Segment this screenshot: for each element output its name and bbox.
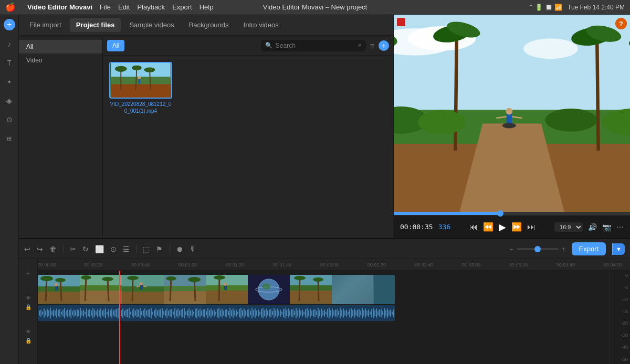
file-thumbnail [109,62,172,99]
frame-button[interactable]: ⬚ [143,245,150,253]
help-button[interactable]: ? [615,18,627,29]
audio-lock-icon[interactable]: 🔒 [25,338,32,344]
zoom-out-button[interactable]: − [510,245,513,253]
redo-button[interactable]: ↪ [37,245,43,253]
export-dropdown-button[interactable]: ▼ [612,243,625,255]
search-clear-icon[interactable]: ✕ [358,42,362,48]
progress-bar-container[interactable] [394,212,630,215]
skip-to-start-button[interactable]: ⏮ [469,222,478,232]
cat-all[interactable]: All [19,40,102,53]
filter-button[interactable]: ⊙ [110,245,117,253]
play-button[interactable]: ▶ [499,221,506,233]
search-box[interactable]: 🔍 ✕ [261,40,366,51]
list-button[interactable]: ☰ [123,245,130,253]
add-track-button[interactable]: + [27,271,30,276]
svg-rect-135 [100,308,101,318]
svg-rect-201 [204,309,205,317]
svg-rect-99 [44,308,45,318]
svg-rect-128 [89,309,90,317]
cat-video[interactable]: Video [19,53,102,67]
svg-rect-98 [42,312,43,315]
ruler-mark-0: 00:00:00 [38,262,56,267]
flag-button[interactable]: ⚑ [156,245,163,253]
skip-to-end-button[interactable]: ⏭ [527,222,536,232]
svg-rect-313 [381,309,382,317]
tab-file-import[interactable]: File import [23,18,68,32]
tab-sample-videos[interactable]: Sample videos [123,18,180,32]
svg-rect-163 [144,308,145,318]
category-panel: All Video [19,36,103,238]
svg-rect-124 [83,309,84,317]
aspect-ratio-selector[interactable]: 16:9 9:16 4:3 1:1 [554,222,583,232]
menu-export[interactable]: Export [172,3,192,11]
tab-backgrounds[interactable]: Backgrounds [183,18,235,32]
audio-eye-icon[interactable]: 👁 [26,329,31,335]
svg-rect-198 [200,308,201,318]
svg-rect-252 [285,308,286,318]
lock-icon[interactable]: 🔒 [25,304,32,310]
volume-icon[interactable]: 🔊 [588,223,597,231]
menu-file[interactable]: File [100,3,111,11]
filter-all-btn[interactable]: All [107,40,124,51]
svg-rect-2 [111,77,170,84]
svg-rect-195 [195,309,196,317]
audio-track [38,305,630,321]
ruler-label-3: 00:01:00 [178,262,197,267]
zoom-track[interactable] [517,248,559,250]
eye-icon[interactable]: 👁 [26,295,31,301]
cut-button[interactable]: ✂ [70,245,76,253]
sidebar-grid-icon[interactable]: ⊞ [4,133,15,144]
svg-rect-310 [376,308,377,318]
export-button[interactable]: Export [572,242,606,255]
search-input[interactable] [276,42,354,49]
video-track-strip[interactable] [38,275,395,304]
svg-rect-131 [94,309,95,317]
undo-button[interactable]: ↩ [24,245,30,253]
zoom-in-button[interactable]: + [562,245,565,253]
previous-frame-button[interactable]: ⏪ [483,222,494,232]
tab-project-files[interactable]: Project files [70,18,121,32]
list-item[interactable]: VID_20220828_081212_00_001(1).mp4 [109,62,172,114]
sidebar-text-icon[interactable]: T [4,58,15,68]
redo2-button[interactable]: ↻ [82,245,89,253]
svg-rect-209 [217,309,218,317]
sort-button[interactable]: ≡ [370,41,374,50]
svg-rect-222 [237,312,238,315]
ruler-label-9: 00:03:00 [462,262,480,267]
svg-rect-122 [80,308,81,318]
snapshot-icon[interactable]: 📷 [602,223,611,231]
svg-rect-192 [190,311,191,316]
svg-rect-311 [377,311,379,316]
svg-line-79 [219,276,219,301]
mic-button[interactable]: 🎙 [190,245,197,253]
sidebar-fx-icon[interactable]: ✦ [4,77,15,87]
svg-rect-249 [280,309,281,317]
sidebar-music-icon[interactable]: ♪ [4,39,15,49]
delete-button[interactable]: 🗑 [49,245,57,253]
menu-edit[interactable]: Edit [118,3,130,11]
svg-rect-234 [256,311,257,316]
svg-rect-288 [341,310,342,316]
more-icon[interactable]: ⋯ [616,223,624,231]
sidebar-motion-icon[interactable]: ⊙ [4,114,15,125]
crop-button[interactable]: ⬜ [95,245,104,253]
zoom-thumb[interactable] [534,246,541,252]
svg-rect-104 [51,311,52,315]
svg-point-4 [115,66,127,72]
add-file-button[interactable]: + [379,40,389,51]
record-button[interactable]: ⏺ [176,245,183,253]
menu-playback[interactable]: Playback [137,3,165,11]
window-title: Video Editor Movavi – New project [263,3,367,11]
add-media-button[interactable]: + [4,19,15,30]
audio-track-strip[interactable] [38,305,395,321]
menu-help[interactable]: Help [200,3,214,11]
sidebar-effects-icon[interactable]: ◈ [4,95,15,106]
progress-dot[interactable] [497,210,503,217]
next-frame-button[interactable]: ⏩ [511,222,522,232]
progress-bar-fill [394,212,500,215]
vol-label-1: -5 [612,285,628,290]
tab-intro-videos[interactable]: Intro videos [237,18,285,32]
svg-rect-315 [384,308,385,318]
svg-rect-259 [296,308,297,318]
svg-point-84 [258,279,279,300]
